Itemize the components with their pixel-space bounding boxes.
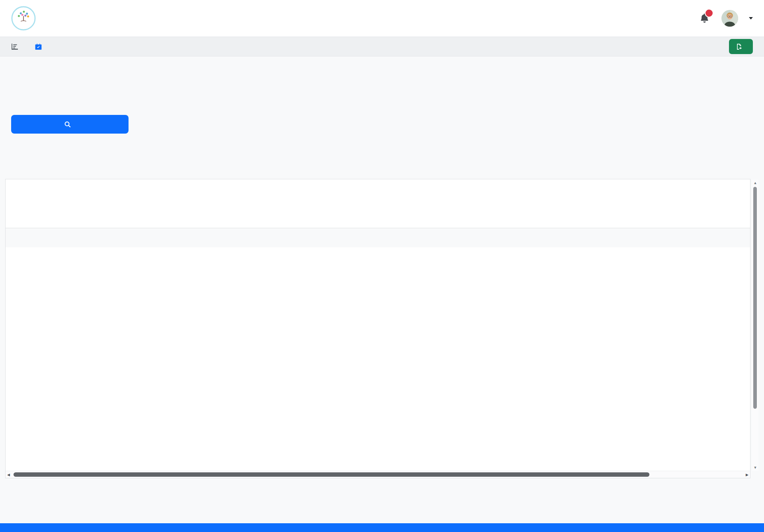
bell-icon [700, 17, 709, 24]
bar-chart-icon [11, 43, 18, 50]
avatar [721, 10, 738, 27]
search-icon [64, 121, 71, 128]
attendance-table: ◀ ▶ [5, 179, 750, 478]
horizontal-scrollbar-thumb[interactable] [14, 472, 649, 477]
navbar-right [700, 10, 753, 27]
breadcrumb-current[interactable] [35, 43, 45, 50]
bottom-accent-bar [0, 523, 764, 532]
scroll-left-arrow-icon[interactable]: ◀ [7, 471, 10, 478]
footer-copyright [6, 228, 750, 247]
file-export-icon [736, 43, 743, 50]
top-navbar [0, 0, 764, 37]
breadcrumb-bar [0, 37, 764, 56]
export-button[interactable] [729, 39, 753, 54]
calendar-check-icon [35, 43, 42, 50]
vertical-scrollbar[interactable]: ▲ ▼ [752, 180, 758, 471]
scroll-down-arrow-icon[interactable]: ▼ [752, 464, 758, 471]
notification-count-badge [705, 9, 713, 17]
generate-report-button[interactable] [11, 115, 129, 134]
brand-logo-icon [11, 6, 36, 31]
breadcrumb-reports-link[interactable] [11, 43, 22, 50]
vertical-scrollbar-thumb[interactable] [753, 187, 757, 409]
table-header [6, 179, 750, 228]
chevron-down-icon [749, 17, 753, 19]
scroll-up-arrow-icon[interactable]: ▲ [752, 180, 758, 186]
notifications-button[interactable] [700, 13, 709, 24]
scroll-right-arrow-icon[interactable]: ▶ [746, 471, 748, 478]
user-menu[interactable] [721, 10, 753, 27]
horizontal-scrollbar[interactable]: ◀ ▶ [6, 471, 750, 478]
page: ◀ ▶ ▲ ▼ [0, 0, 764, 532]
